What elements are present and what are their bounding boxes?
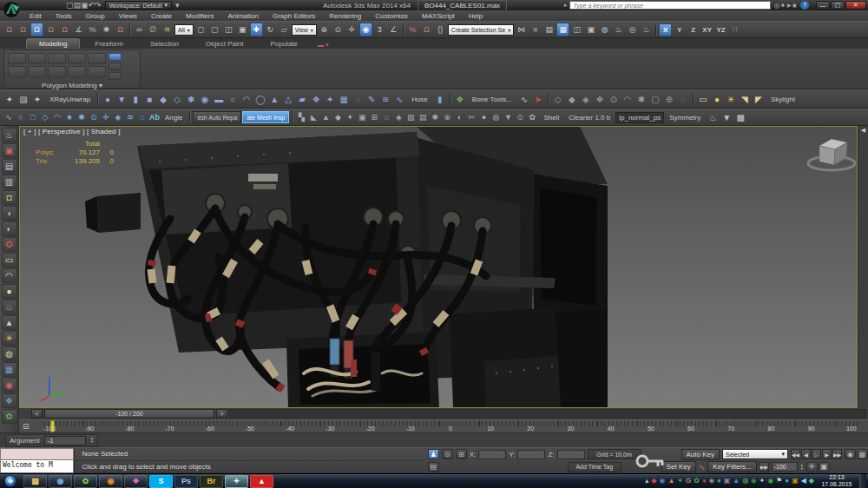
pivot-tool-icon[interactable]: ◉ [359, 23, 372, 36]
isolate-selection-icon[interactable]: ♟ [428, 449, 439, 459]
spline-tool-icon[interactable]: ⌂ [136, 110, 148, 124]
poly-tool-icon[interactable]: ✿ [526, 110, 538, 124]
left-toolbar-icon[interactable]: ✿ [2, 409, 17, 424]
angle-label[interactable]: Angle [161, 114, 187, 122]
left-toolbar-icon[interactable]: ◠ [2, 268, 17, 283]
subobject-button[interactable] [68, 66, 86, 77]
mesh-inspector-button[interactable]: ate Mesh Insp [242, 111, 289, 123]
axis-constraint-button[interactable]: Y [673, 23, 686, 36]
tray-icon[interactable]: G [686, 478, 691, 485]
track-bar[interactable]: ⊟ -100-90-80-70-60-50-40-30-20-100102030… [19, 419, 868, 432]
taskbar-app-icon[interactable]: Ps [174, 475, 198, 488]
primitive-icon[interactable]: ▬ [212, 92, 226, 106]
poly-tool-icon[interactable]: ▤ [417, 110, 429, 124]
xrayunwrap-label[interactable]: XRayUnwrap [45, 96, 95, 103]
primitive-icon[interactable]: ▦ [337, 92, 351, 106]
manager-tool-icon[interactable]: ▤ [542, 23, 556, 36]
snap-toggle-icon[interactable]: ∡ [72, 23, 85, 36]
tray-icon[interactable]: ◆ [809, 478, 814, 485]
modifier-toggle-button[interactable] [108, 72, 122, 80]
viewport-nav-icon[interactable]: ✛ [806, 462, 818, 472]
subobject-button[interactable] [68, 53, 86, 64]
menu-item[interactable]: Customize [368, 12, 415, 20]
maximize-button[interactable]: ▢ [831, 1, 845, 10]
playback-button[interactable]: ▷ [812, 449, 821, 459]
axis-constraint-button[interactable]: XY [700, 23, 713, 36]
subobject-button[interactable] [88, 66, 106, 77]
x-coord-field[interactable] [478, 450, 506, 459]
manager-tool-icon[interactable]: ▣ [584, 23, 597, 36]
viewport-nav-icon[interactable]: ▦ [857, 449, 868, 459]
playback-button[interactable]: ◀ [801, 449, 811, 459]
pivot-tool-icon[interactable]: ⊕ [318, 23, 331, 36]
transform-tool-icon[interactable]: ▱ [278, 23, 291, 36]
poly-tool-icon[interactable]: ⊕ [441, 110, 453, 124]
viewcube[interactable] [808, 139, 855, 170]
selection-lock-icon[interactable]: ⊙ [442, 449, 453, 459]
light-tool-icon[interactable]: ▭ [696, 92, 710, 106]
pivot-tool-icon[interactable]: ∠ [387, 23, 400, 36]
tool-icon[interactable]: ▢ [648, 92, 662, 106]
subobject-button[interactable] [8, 66, 26, 77]
ribbon-tab[interactable]: Modeling [26, 38, 80, 49]
start-button[interactable]: ❖ [0, 474, 21, 488]
transform-tool-icon[interactable]: ✚ [250, 23, 263, 36]
primitive-icon[interactable]: ▰ [295, 92, 309, 106]
pivot-tool-icon[interactable]: ⊙ [332, 23, 345, 36]
tray-icon[interactable]: ✦ [759, 478, 765, 485]
left-toolbar-icon[interactable]: ◖ [2, 206, 17, 221]
tool-icon[interactable]: ◆ [565, 92, 579, 106]
script-label[interactable]: ip_normal_ps [615, 112, 664, 123]
taskbar-app-icon[interactable]: ▲ [250, 475, 273, 488]
prev-frame-button[interactable]: < [31, 409, 43, 419]
xray-tool-icon[interactable]: ▨ [16, 92, 30, 106]
named-selection-dropdown[interactable]: Create Selection Se▾ [448, 24, 514, 36]
tool-icon[interactable]: ⊙ [607, 92, 621, 106]
spline-tool-icon[interactable]: ≋ [124, 110, 136, 124]
axis-constraint-button[interactable]: X [659, 23, 672, 36]
select-tool-icon[interactable]: ◫ [222, 23, 235, 36]
spinner-icon[interactable]: ▲▼ [90, 437, 94, 444]
mesh-auto-repair-button[interactable]: esh Auto Repa [193, 111, 241, 123]
tray-icon[interactable]: ✦ [677, 478, 683, 485]
subobject-button[interactable] [28, 66, 46, 77]
selection-filter-dropdown[interactable]: All▾ [174, 24, 194, 36]
taskbar-app-icon[interactable]: ✿ [74, 475, 97, 488]
axis-constraint-dots-icon[interactable]: ∷ [728, 23, 741, 36]
left-toolbar-icon[interactable]: ☀ [2, 331, 17, 346]
poly-tool-icon[interactable]: ◐ [453, 110, 465, 124]
menu-item[interactable]: Graph Editors [266, 12, 322, 20]
close-button[interactable]: ✕ [845, 1, 866, 10]
pivot-tool-icon[interactable]: 3 [373, 23, 386, 36]
left-toolbar-icon[interactable]: ◘ [2, 190, 17, 205]
primitive-icon[interactable]: ∿ [392, 92, 406, 106]
link-tool-icon[interactable]: ≋ [161, 23, 174, 36]
manager-tool-icon[interactable]: ◎ [626, 23, 639, 36]
subobject-button[interactable] [48, 53, 66, 64]
panel-label[interactable]: Polygon Modeling ▾ [4, 82, 140, 89]
primitive-icon[interactable]: △ [281, 92, 295, 106]
tool-icon[interactable]: ◌ [676, 92, 690, 106]
qat-icon[interactable]: ▤ [74, 1, 82, 10]
left-toolbar-icon[interactable]: ◉ [2, 378, 17, 392]
viewport-nav-icon[interactable]: ▣ [819, 462, 830, 472]
snap-option-icon[interactable]: {} [434, 23, 447, 36]
ribbon-tab[interactable]: Selection [138, 39, 191, 49]
poly-tool-icon[interactable]: ▧ [404, 110, 417, 124]
time-tag-icon[interactable]: ▤ [428, 462, 439, 472]
axis-constraint-button[interactable]: YZ [714, 23, 727, 36]
skylight-label[interactable]: Skylight [766, 96, 799, 103]
axis-constraint-button[interactable]: Z [687, 23, 700, 36]
taskbar-app-icon[interactable]: S [149, 475, 173, 488]
primitive-icon[interactable]: ▲ [267, 92, 281, 106]
bone-tools-label[interactable]: Bone Tools... [468, 96, 516, 103]
time-slider-track[interactable] [229, 409, 866, 419]
utility-icon[interactable]: ▩ [733, 110, 747, 124]
tool-icon[interactable]: ◇ [551, 92, 565, 106]
left-toolbar-icon[interactable]: ▥ [2, 175, 17, 189]
bone-icon[interactable]: ∿ [517, 92, 531, 106]
link-tool-icon[interactable]: ∞ [133, 23, 146, 36]
tray-icon[interactable]: ◆ [651, 478, 656, 485]
poly-tool-icon[interactable]: ✱ [429, 110, 441, 124]
qat-icon[interactable]: ↶ [89, 1, 95, 10]
